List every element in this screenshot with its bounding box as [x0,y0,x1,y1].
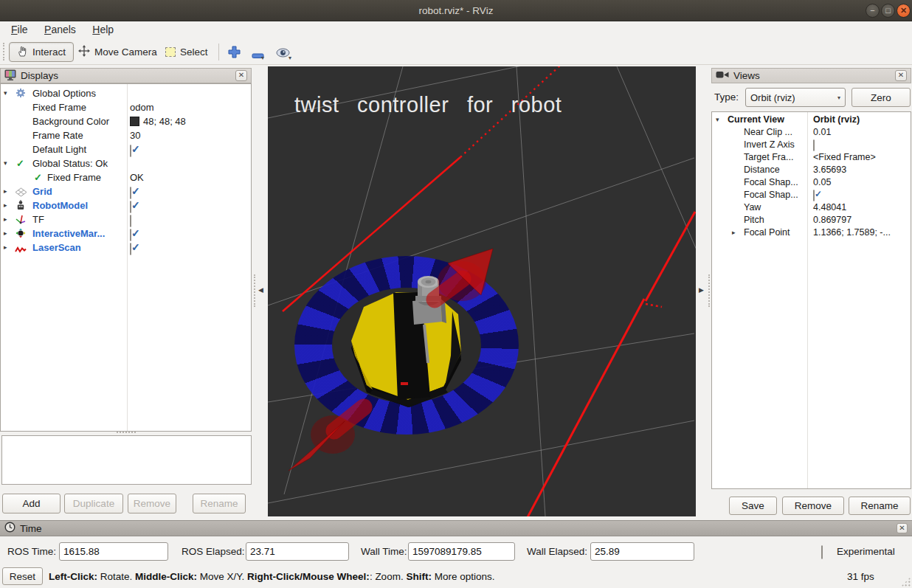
close-button[interactable]: ✕ [897,4,911,18]
view-row-yaw[interactable]: Yaw 4.48041 [711,201,910,214]
view-row-focal-point[interactable]: ▸ Focal Point 1.1366; 1.7589; -... [711,226,910,239]
grid-checkbox[interactable] [130,187,131,199]
display-row-robotmodel[interactable]: ▸ RobotModel [0,198,251,212]
menu-panels[interactable]: Panels [38,21,83,38]
views-close-icon[interactable]: ✕ [895,70,907,81]
interact-tool-button[interactable]: Interact [9,42,74,62]
wall-elapsed-input[interactable] [590,542,694,561]
expand-arrow-icon[interactable]: ▾ [4,86,7,100]
menu-file[interactable]: File [4,21,35,38]
experimental-checkbox[interactable] [821,545,823,559]
interactive-markers-checkbox[interactable] [130,229,131,241]
zoom-in-icon[interactable] [228,46,241,61]
focus-dropdown-caret[interactable]: ▾ [289,55,291,61]
row-value[interactable]: 4.48041 [813,201,846,214]
display-row-fixed-frame[interactable]: Fixed Frame odom [0,100,251,114]
display-row-global-options[interactable]: ▾ Global Options [0,86,251,100]
collapse-left-arrow-icon[interactable]: ◀ [258,286,263,294]
view-row-current-view[interactable]: ▾ Current View Orbit (rviz) [711,114,910,126]
display-row-global-status[interactable]: ▾ ✓ Global Status: Ok [0,156,251,170]
view-type-combobox[interactable]: Orbit (rviz) ▾ [745,88,846,107]
move-arrows-icon [78,45,90,59]
expand-arrow-icon[interactable]: ▸ [732,226,736,239]
expand-arrow-icon[interactable]: ▸ [4,226,7,241]
view-row-focal-shape-size[interactable]: Focal Shap... 0.05 [711,176,910,189]
displays-splitter-handle[interactable] [117,432,136,433]
row-value[interactable]: <Fixed Frame> [813,151,876,164]
hand-cursor-icon [17,45,28,59]
tf-checkbox[interactable] [130,215,131,227]
row-value[interactable]: 30 [130,128,140,142]
viewport-overlay-text: twist controller for robot [294,93,562,117]
render-viewport-3d[interactable]: twist controller for robot [268,66,696,516]
view-row-pitch[interactable]: Pitch 0.869797 [711,214,910,226]
row-value[interactable]: 3.65693 [813,164,846,176]
left-splitter-dots[interactable] [254,274,255,307]
ros-time-label: ROS Time: [7,542,56,561]
view-row-invert-z[interactable]: Invert Z Axis [711,139,910,151]
minimize-button[interactable]: − [866,4,880,18]
row-value[interactable]: 0.05 [813,176,831,189]
maximize-button[interactable]: □ [881,4,895,18]
move-arrow-upper-right[interactable] [435,249,493,301]
ros-elapsed-input[interactable] [246,542,349,561]
display-row-fixed-frame-status[interactable]: ✓ Fixed Frame OK [0,170,251,184]
laserscan-checkbox[interactable] [130,243,131,255]
select-tool-label: Select [180,46,208,58]
zoom-out-dropdown-caret[interactable]: ▾ [261,55,264,61]
display-row-grid[interactable]: ▸ Grid [0,184,251,198]
display-row-laserscan[interactable]: ▸ LaserScan [0,241,251,255]
focal-shape-checkbox[interactable] [813,190,815,201]
collapse-right-arrow-icon[interactable]: ▶ [699,286,704,294]
invert-z-checkbox[interactable] [813,139,815,151]
default-light-checkbox[interactable] [130,145,131,157]
time-close-icon[interactable]: ✕ [897,523,908,533]
view-row-target-frame[interactable]: Target Fra... <Fixed Frame> [711,151,910,164]
save-view-button[interactable]: Save [729,497,777,515]
zero-view-button[interactable]: Zero [851,88,911,107]
ros-time-input[interactable] [59,542,168,561]
color-swatch[interactable] [130,117,139,126]
robotmodel-checkbox[interactable] [130,201,131,213]
view-row-distance[interactable]: Distance 3.65693 [711,164,910,176]
display-row-tf[interactable]: ▸ TF [0,212,251,226]
menu-help[interactable]: Help [86,21,120,38]
row-label: Pitch [744,214,764,226]
experimental-label: Experimental [837,546,895,558]
expand-arrow-icon[interactable]: ▸ [4,184,7,198]
display-row-interactive-markers[interactable]: ▸ InteractiveMar... [0,226,251,241]
row-value[interactable]: 0.869797 [813,214,851,226]
rename-view-button[interactable]: Rename [849,497,911,515]
row-value[interactable]: 1.1366; 1.7589; -... [813,226,891,239]
row-value[interactable]: 48; 48; 48 [143,114,186,128]
view-row-near-clip[interactable]: Near Clip ... 0.01 [711,126,910,139]
row-label: Fixed Frame [32,100,86,114]
display-row-frame-rate[interactable]: Frame Rate 30 [0,128,251,142]
row-label: Target Fra... [744,151,793,164]
row-value[interactable]: odom [130,100,154,114]
laserscan-icon [15,243,27,257]
display-row-background-color[interactable]: Background Color 48; 48; 48 [0,114,251,128]
time-panel-title: Time [20,523,42,534]
remove-view-button[interactable]: Remove [782,497,844,515]
expand-arrow-icon[interactable]: ▾ [4,156,7,170]
help-left-click: Left-Click: [49,571,97,582]
right-splitter-dots[interactable] [708,274,710,307]
reset-button[interactable]: Reset [2,567,43,585]
mouse-help-text: Left-Click: Rotate. Middle-Click: Move X… [49,571,494,582]
expand-arrow-icon[interactable]: ▸ [4,198,7,212]
move-arrow-lower-left[interactable] [289,407,364,471]
add-display-button[interactable]: Add [2,494,61,513]
view-row-focal-shape-fixed[interactable]: Focal Shap... [711,189,910,201]
display-row-default-light[interactable]: Default Light [0,142,251,156]
expand-arrow-icon[interactable]: ▸ [4,241,7,255]
expand-arrow-icon[interactable]: ▸ [4,212,7,226]
interact-tool-label: Interact [32,46,66,58]
expand-arrow-icon[interactable]: ▾ [716,114,719,126]
toolbar-drag-handle[interactable] [3,43,4,60]
wall-time-input[interactable] [408,542,515,561]
displays-close-icon[interactable]: ✕ [235,70,247,81]
move-camera-tool-button[interactable]: Move Camera [78,42,157,62]
select-tool-button[interactable]: Select [165,42,208,62]
row-value[interactable]: 0.01 [813,126,831,139]
